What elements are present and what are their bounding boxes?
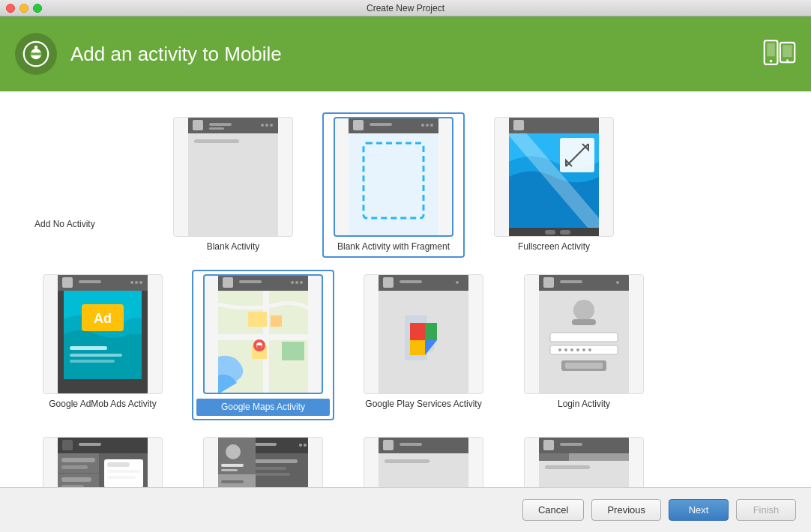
svg-rect-14 (209, 123, 232, 126)
activity-card-tabbed[interactable]: Tabbed Activity (513, 432, 655, 487)
svg-rect-111 (107, 476, 136, 479)
svg-rect-41 (560, 230, 570, 235)
svg-rect-81 (543, 277, 554, 288)
title-bar: Create New Project (0, 0, 811, 16)
svg-point-17 (270, 124, 273, 127)
svg-rect-140 (383, 440, 394, 450)
activity-image-maps (203, 274, 323, 394)
svg-rect-59 (248, 312, 267, 327)
svg-rect-21 (194, 153, 247, 156)
svg-rect-109 (107, 462, 130, 467)
footer: Cancel Previous Next Finish (0, 487, 811, 532)
maximize-button[interactable] (33, 4, 42, 13)
svg-rect-26 (353, 120, 364, 130)
svg-rect-144 (385, 473, 437, 476)
device-icon (763, 36, 796, 72)
svg-rect-130 (221, 464, 244, 467)
finish-button[interactable]: Finish (736, 499, 796, 521)
svg-rect-100 (62, 440, 73, 450)
svg-point-6 (770, 60, 773, 63)
svg-point-16 (265, 124, 268, 127)
svg-point-93 (588, 348, 591, 351)
svg-point-55 (130, 281, 133, 284)
svg-point-123 (304, 444, 307, 447)
activity-card-fullscreen[interactable]: Fullscreen Activity (483, 112, 625, 258)
header-title: Add an activity to Mobile (70, 43, 282, 66)
activity-image-tabbed (524, 437, 644, 487)
activity-card-add-no-activity[interactable]: Add No Activity (31, 112, 144, 232)
svg-rect-102 (61, 458, 95, 462)
svg-point-89 (564, 348, 567, 351)
android-studio-icon (15, 33, 57, 75)
activity-label-admob: Google AdMob Ads Activity (49, 399, 156, 411)
activity-card-blank-fragment[interactable]: Blank Activity with Fragment (322, 112, 465, 258)
activity-card-play-services[interactable]: Google Play Services Activity (352, 270, 495, 421)
activity-card-login[interactable]: Login Activity (513, 270, 655, 421)
svg-rect-101 (79, 443, 101, 446)
activity-grid-container: Add No Activity (0, 91, 811, 487)
svg-rect-52 (79, 280, 101, 283)
window-controls[interactable] (6, 4, 42, 13)
svg-rect-68 (239, 280, 262, 283)
activity-label-fullscreen: Fullscreen Activity (518, 241, 590, 253)
svg-rect-48 (70, 360, 115, 363)
svg-rect-152 (599, 453, 629, 461)
window-title: Create New Project (367, 3, 444, 13)
svg-point-29 (430, 124, 433, 127)
minimize-button[interactable] (19, 4, 28, 13)
previous-button[interactable]: Previous (591, 499, 661, 521)
svg-point-9 (786, 59, 789, 61)
svg-rect-153 (545, 465, 590, 469)
svg-point-77 (456, 281, 459, 284)
svg-rect-110 (107, 470, 140, 473)
svg-rect-76 (400, 280, 422, 283)
next-button[interactable]: Next (669, 499, 729, 521)
svg-point-91 (576, 348, 579, 351)
svg-rect-10 (188, 117, 278, 237)
svg-point-122 (299, 444, 302, 447)
svg-rect-60 (271, 315, 282, 327)
svg-point-88 (558, 348, 561, 351)
svg-rect-141 (400, 443, 422, 446)
svg-point-90 (570, 348, 573, 351)
activity-image-settings (364, 437, 483, 487)
activity-image-fullscreen (494, 117, 614, 237)
svg-point-53 (135, 281, 138, 284)
svg-rect-46 (70, 346, 107, 350)
activity-card-settings[interactable]: Settings Activity (352, 432, 495, 487)
activity-card-master-detail[interactable]: Master/Detail Flow (31, 432, 174, 487)
svg-rect-121 (254, 443, 277, 446)
activity-image-master-detail (43, 437, 163, 487)
svg-rect-104 (58, 473, 99, 474)
activity-label-maps: Google Maps Activity (196, 399, 330, 417)
svg-rect-82 (560, 280, 582, 283)
svg-point-69 (295, 281, 298, 284)
svg-rect-154 (545, 473, 605, 476)
activity-card-maps[interactable]: Google Maps Activity (192, 270, 334, 421)
svg-point-70 (300, 281, 303, 284)
activity-grid: Add No Activity (22, 106, 789, 487)
activity-image-nav-drawer (203, 437, 323, 487)
svg-rect-106 (61, 485, 84, 487)
svg-rect-85 (572, 319, 596, 325)
svg-rect-95 (565, 363, 603, 369)
svg-point-71 (291, 281, 294, 284)
svg-rect-103 (61, 465, 88, 469)
activity-card-admob[interactable]: Ad Google AdMob Ads Activity (31, 270, 174, 421)
svg-rect-67 (223, 277, 233, 288)
svg-rect-40 (545, 230, 555, 235)
svg-rect-20 (194, 147, 254, 150)
activity-image-login (524, 274, 644, 394)
svg-rect-142 (385, 459, 429, 463)
svg-rect-143 (385, 467, 444, 470)
activity-card-nav-drawer[interactable]: Navigation Drawer Activity (192, 432, 334, 487)
close-button[interactable] (6, 4, 15, 13)
svg-point-83 (616, 281, 619, 284)
activity-card-blank[interactable]: Blank Activity (162, 112, 304, 258)
activity-label-blank-fragment: Blank Activity with Fragment (337, 241, 450, 253)
svg-rect-131 (221, 469, 238, 471)
svg-rect-148 (543, 440, 554, 450)
svg-rect-13 (193, 120, 203, 130)
cancel-button[interactable]: Cancel (522, 499, 584, 521)
activity-image-blank-fragment (334, 117, 453, 237)
